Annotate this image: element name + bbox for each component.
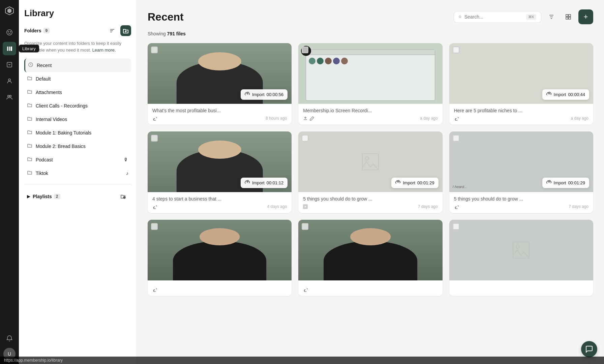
card-checkbox[interactable] (302, 135, 308, 142)
folder-icon (27, 143, 32, 150)
status-bar: https://app.membership.io/library (0, 357, 604, 364)
sidebar-item-module-2[interactable]: Module 2: Bread Basics ↑ (24, 140, 131, 153)
add-content-button[interactable]: + (578, 9, 593, 24)
card-source (454, 204, 459, 209)
media-card[interactable]: Import 00:00:56 What's the most profitab… (148, 43, 292, 125)
card-title: 5 things you should do to grow ... (303, 196, 437, 202)
media-card[interactable] (449, 220, 593, 296)
import-badge[interactable]: Import 00:01:29 (391, 178, 438, 188)
media-card[interactable] (148, 220, 292, 296)
sidebar-item-recent[interactable]: Recent (24, 59, 131, 72)
card-source (152, 204, 157, 209)
svg-rect-20 (566, 17, 568, 19)
media-card[interactable]: Import 00:01:29 5 things you should do t… (298, 131, 442, 213)
card-title: 4 steps to start a business that ... (152, 196, 287, 202)
card-checkbox[interactable] (151, 47, 158, 53)
card-checkbox[interactable] (302, 223, 308, 230)
search-bar[interactable]: ⌘K (454, 11, 541, 23)
card-checkbox[interactable] (151, 135, 158, 142)
folders-description: Organize your content into folders to ke… (24, 40, 131, 53)
svg-rect-21 (569, 17, 571, 19)
sidebar-item-module-1[interactable]: Module 1: Baking Tutorials ↑ (24, 126, 131, 140)
import-badge[interactable]: Import 00:00:44 (542, 89, 589, 100)
folders-label: Folders 9 (24, 28, 50, 33)
file-count: 791 files (167, 31, 186, 36)
nav-icon-groups[interactable] (3, 90, 16, 104)
folder-icon (27, 75, 32, 82)
svg-point-2 (10, 31, 11, 32)
nav-notifications-bell[interactable] (3, 332, 16, 345)
cloud-upload-icon (546, 91, 552, 98)
folder-icon (27, 170, 32, 177)
sidebar-item-recent-label: Recent (37, 63, 128, 68)
folder-icon (27, 116, 32, 123)
card-info: What's the most profitable busi... 8 hou… (148, 104, 292, 125)
playlists-icon[interactable] (118, 191, 128, 202)
add-folder-button[interactable] (120, 25, 131, 36)
sort-folders-button[interactable] (107, 25, 118, 36)
nav-logo[interactable] (3, 4, 16, 18)
import-badge[interactable]: Import 00:01:29 (542, 178, 589, 188)
card-checkbox[interactable] (302, 47, 308, 53)
nav-icon-menu[interactable] (3, 26, 16, 39)
sidebar-item-default[interactable]: Default ↑ (24, 72, 131, 86)
sidebar-item-client-calls[interactable]: Client Calls - Recordings ↑ (24, 99, 131, 113)
playlists-label: ▶ Playlists 2 (27, 194, 60, 199)
svg-point-16 (123, 196, 125, 199)
card-source (454, 116, 459, 121)
nav-icon-library[interactable]: Library (3, 42, 16, 55)
nav-icon-members[interactable] (3, 74, 16, 88)
folders-header: Folders 9 (24, 25, 131, 36)
svg-rect-3 (7, 47, 8, 51)
sidebar-item-podcast-label: Podcast (36, 157, 120, 162)
card-checkbox[interactable] (151, 223, 158, 230)
chat-support-button[interactable] (581, 341, 597, 357)
sidebar: Library Folders 9 Organ (19, 0, 137, 364)
filter-button[interactable] (545, 10, 558, 24)
card-title: Membership.io Screen Recordi... (303, 108, 437, 113)
tiktok-icon (454, 116, 459, 121)
mic-icon: 🎙 (124, 157, 128, 162)
card-time: a day ago (420, 116, 438, 121)
svg-point-9 (10, 95, 11, 97)
media-card[interactable]: I heard... Import 00:01:29 5 things you … (449, 131, 593, 213)
sidebar-item-tiktok[interactable]: Tiktok ♪ (24, 166, 131, 180)
media-card[interactable]: Import 00:00:44 Here are 5 profitable ni… (449, 43, 593, 125)
playlists-header[interactable]: ▶ Playlists 2 (24, 188, 131, 205)
card-info: 5 things you should do to grow ... 7 day… (298, 192, 442, 213)
nav-icon-courses[interactable] (3, 58, 16, 71)
media-card[interactable]: Import 00:01:12 4 steps to start a busin… (148, 131, 292, 213)
sidebar-item-internal-videos[interactable]: Internal Videos ↑ (24, 113, 131, 126)
svg-point-0 (7, 30, 12, 35)
card-checkbox[interactable] (453, 47, 459, 53)
import-badge[interactable]: Import 00:00:56 (241, 89, 288, 100)
search-input[interactable] (464, 14, 523, 20)
sidebar-item-attachments-label: Attachments (36, 90, 123, 95)
card-thumbnail: I heard... Import 00:01:29 (449, 131, 593, 192)
card-checkbox[interactable] (453, 223, 459, 230)
sidebar-item-podcast[interactable]: Podcast 🎙 (24, 153, 131, 166)
playlists-count: 2 (54, 194, 60, 199)
sidebar-item-module-1-label: Module 1: Baking Tutorials (36, 130, 123, 135)
media-card[interactable]: Membership.io Screen Recordi... a day ag… (298, 43, 442, 125)
media-card[interactable] (298, 220, 442, 296)
learn-more-link[interactable]: Learn more. (92, 48, 116, 53)
folder-icon (27, 89, 32, 96)
card-title: 5 things you should do to grow ... (454, 196, 588, 202)
cloud-upload-icon (245, 180, 250, 186)
view-toggle-button[interactable] (562, 10, 575, 24)
card-thumbnail (148, 220, 292, 280)
card-info (449, 280, 593, 291)
library-tooltip: Library (19, 45, 39, 53)
sidebar-item-default-label: Default (36, 76, 123, 82)
card-info: Membership.io Screen Recordi... a day ag… (298, 104, 442, 125)
showing-count: Showing 791 files (148, 31, 593, 36)
import-badge[interactable]: Import 00:01:12 (241, 178, 288, 188)
card-thumbnail (298, 220, 442, 280)
folders-actions (107, 25, 131, 36)
card-meta (152, 287, 287, 292)
sidebar-item-attachments[interactable]: Attachments ↑ (24, 86, 131, 99)
card-checkbox[interactable] (453, 135, 459, 142)
card-title: Here are 5 profitable niches to ... (454, 108, 588, 113)
header-actions: ⌘K + (454, 9, 593, 24)
